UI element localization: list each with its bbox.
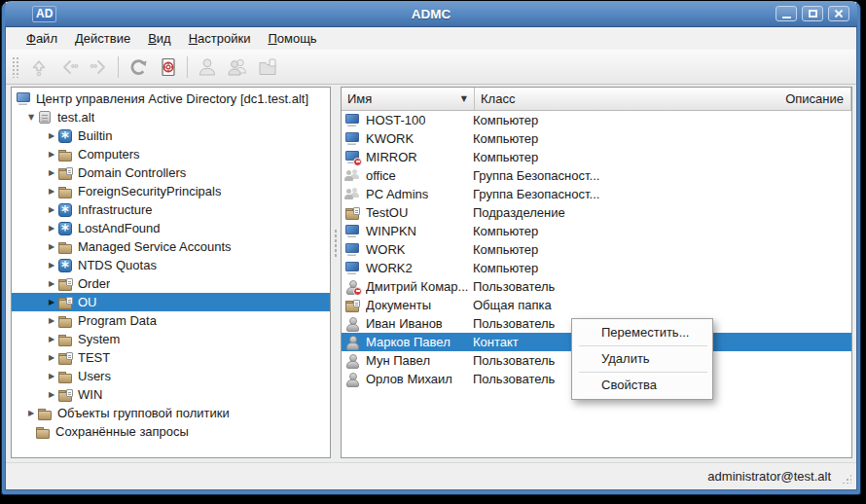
table-row[interactable]: WORK Компьютер	[342, 240, 851, 259]
navigate-up-button[interactable]	[23, 53, 54, 82]
window-title: ADMC	[5, 7, 857, 21]
tree-item[interactable]: ▶ Users	[12, 367, 330, 385]
ou-badge-icon	[66, 389, 73, 397]
minimize-button[interactable]	[776, 6, 797, 21]
menu-item[interactable]: Вид	[139, 29, 180, 48]
menu-item[interactable]: Помощь	[259, 29, 325, 48]
expander-icon[interactable]: ▶	[46, 335, 57, 343]
expander-icon[interactable]: ▶	[46, 390, 57, 399]
refresh-button[interactable]	[123, 53, 153, 82]
create-ou-button[interactable]	[252, 53, 282, 82]
column-header[interactable]: Описание	[779, 88, 851, 110]
main-area: Центр управления Active Directory [dc1.t…	[6, 85, 856, 462]
cell-name: Марков Павел	[342, 335, 469, 350]
title-bar[interactable]: AD ADMC	[5, 1, 857, 27]
expander-icon[interactable]: ▶	[46, 316, 57, 325]
table-row[interactable]: WORK2 Компьютер	[342, 259, 851, 277]
table-row[interactable]: KWORK Компьютер	[342, 129, 851, 148]
tree-item-label: Managed Service Accounts	[78, 239, 232, 254]
tree-item[interactable]: ▶ Computers	[12, 145, 330, 163]
expander-icon[interactable]: ▶	[46, 150, 57, 159]
tree-item[interactable]: ▼ test.alt	[12, 108, 330, 126]
toolbar-grip[interactable]	[12, 56, 19, 78]
tree-item[interactable]: Центр управления Active Directory [dc1.t…	[12, 90, 330, 108]
column-header[interactable]: Имя▼	[342, 88, 475, 110]
navigate-forward-button[interactable]	[84, 53, 114, 82]
menu-item[interactable]: Настройки	[180, 29, 260, 48]
table-row[interactable]: MIRROR Компьютер	[342, 148, 851, 166]
cell-name: WORK	[342, 242, 469, 258]
navigate-up-icon	[28, 56, 50, 78]
table-row[interactable]: office Группа Безопасност...	[342, 166, 851, 185]
tree-item[interactable]: ▶ Program Data	[12, 311, 330, 330]
expander-icon[interactable]: ▶	[46, 298, 57, 306]
tree-item[interactable]: ▶ Infrastructure	[12, 200, 330, 219]
create-group-button[interactable]	[222, 53, 252, 82]
context-menu-item[interactable]: Свойства	[572, 373, 712, 398]
resize-grip-icon[interactable]	[842, 474, 851, 484]
tree-item-label: Program Data	[78, 313, 157, 328]
user-disabled-icon	[344, 279, 360, 295]
close-icon	[834, 9, 844, 18]
expander-icon[interactable]: ▶	[46, 242, 57, 251]
expander-icon[interactable]: ▶	[46, 224, 57, 233]
tree-item[interactable]: ▶ TEST	[12, 348, 330, 367]
results-pane: Имя▼ Класс Описание HOST-100 Компьютер	[341, 87, 852, 458]
expander-icon[interactable]: ▶	[46, 353, 57, 362]
menu-item[interactable]: Файл	[18, 29, 66, 48]
table-row[interactable]: HOST-100 Компьютер	[342, 111, 851, 129]
close-button[interactable]	[828, 6, 849, 21]
tree-item-label: TEST	[78, 350, 110, 365]
expander-icon[interactable]: ▶	[46, 261, 57, 270]
builtin-icon	[58, 129, 72, 143]
expander-icon[interactable]: ▶	[46, 131, 57, 140]
tree-item[interactable]: ▶ Order	[12, 274, 330, 293]
ou-icon	[57, 276, 73, 292]
tree-item[interactable]: ▶ WIN	[12, 385, 330, 404]
console-icon	[16, 91, 31, 107]
context-menu-item[interactable]: Переместить...	[572, 320, 712, 345]
cell-class: Компьютер	[469, 150, 602, 164]
maximize-button[interactable]	[802, 6, 823, 21]
expander-icon[interactable]: ▶	[46, 187, 57, 196]
find-objects-button[interactable]	[153, 53, 183, 82]
menu-item[interactable]: Действие	[66, 29, 139, 48]
toolbar	[6, 50, 856, 85]
toolbar-separator	[187, 56, 188, 78]
tree-item[interactable]: ▶ NTDS Quotas	[12, 256, 330, 274]
object-name: WINPKN	[366, 224, 416, 238]
cell-name: PC Admins	[342, 187, 469, 202]
tree-item-label: Order	[78, 276, 110, 291]
column-header[interactable]: Класс	[475, 88, 779, 110]
expander-icon[interactable]: ▼	[25, 113, 37, 122]
table-row[interactable]: Документы Общая папка	[342, 296, 851, 314]
splitter[interactable]	[331, 87, 341, 458]
expander-icon[interactable]: ▶	[46, 205, 57, 214]
table-row[interactable]: WINPKN Компьютер	[342, 222, 851, 240]
tree-item[interactable]: ▶ Объекты групповой политики	[12, 404, 330, 422]
table-row[interactable]: PC Admins Группа Безопасност...	[342, 185, 851, 203]
toolbar-separator	[118, 56, 119, 78]
tree-item[interactable]: ▶ Managed Service Accounts	[12, 237, 330, 256]
cell-name: Дмитрий Комар...	[342, 279, 469, 295]
menu-item-accel: Д	[75, 31, 84, 46]
expander-icon[interactable]: ▶	[46, 168, 57, 177]
create-user-button[interactable]	[192, 53, 222, 82]
tree-item[interactable]: ▶ LostAndFound	[12, 219, 330, 237]
expander-icon[interactable]: ▶	[46, 372, 57, 380]
tree-item[interactable]: ▶ OU	[12, 293, 330, 311]
tree-item[interactable]: ▶ Builtin	[12, 126, 330, 145]
navigate-back-button[interactable]	[54, 53, 84, 82]
tree-item[interactable]: ▶ System	[12, 330, 330, 348]
tree-item[interactable]: ▶ ForeignSecurityPrincipals	[12, 182, 330, 200]
tree-item[interactable]: Сохранённые запросы	[12, 422, 330, 441]
app-icon: AD	[32, 6, 56, 22]
expander-icon[interactable]: ▶	[46, 279, 57, 288]
table-row[interactable]: TestOU Подразделение	[342, 203, 851, 222]
navigate-back-icon	[58, 56, 80, 78]
table-row[interactable]: Дмитрий Комар... Пользователь	[342, 277, 851, 296]
tree-item[interactable]: ▶ Domain Controllers	[12, 163, 330, 182]
context-menu-item[interactable]: Удалить	[572, 346, 712, 372]
tree-item-label: Builtin	[78, 128, 112, 143]
expander-icon[interactable]: ▶	[25, 409, 37, 417]
